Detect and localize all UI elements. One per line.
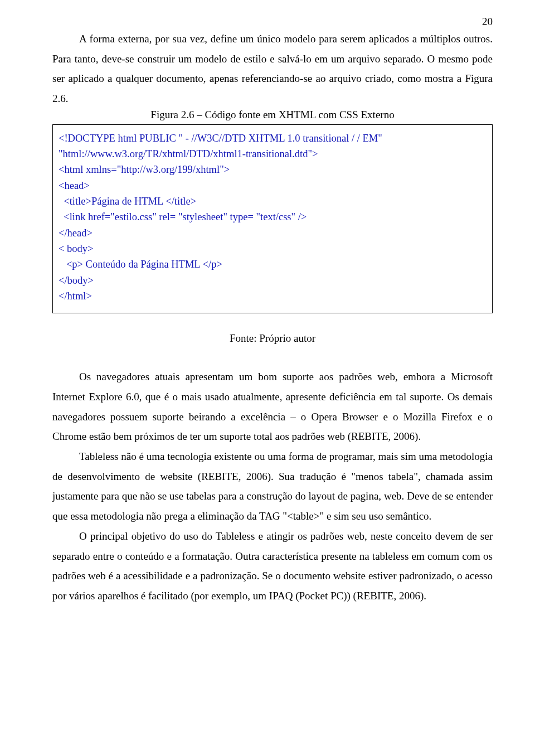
paragraph-4: O principal objetivo do uso do Tableless… <box>52 526 493 606</box>
code-line: <title>Página de HTML </title> <box>59 193 487 209</box>
code-line: <p> Conteúdo da Página HTML </p> <box>59 256 487 272</box>
source-caption: Fonte: Próprio autor <box>52 332 493 345</box>
code-line: </head> <box>59 225 487 241</box>
paragraph-2: Os navegadores atuais apresentam um bom … <box>52 367 493 447</box>
code-line: <head> <box>59 178 487 193</box>
page-number: 20 <box>482 16 493 28</box>
code-line: "html://www.w3.org/TR/xhtml/DTD/xhtml1-t… <box>59 146 487 162</box>
code-line: <html xmlns="http://w3.org/199/xhtml"> <box>59 162 487 177</box>
code-line: </html> <box>59 288 487 304</box>
code-line: <!DOCTYPE html PUBLIC " - //W3C//DTD XHT… <box>59 130 487 146</box>
paragraph-3: Tableless não é uma tecnologia existente… <box>52 447 493 526</box>
code-listing-box: <!DOCTYPE html PUBLIC " - //W3C//DTD XHT… <box>52 124 493 313</box>
paragraph-1: A forma externa, por sua vez, define um … <box>52 29 493 109</box>
page-container: 20 A forma externa, por sua vez, define … <box>0 0 535 756</box>
code-line: <link href="estilo.css" rel= "stylesheet… <box>59 209 487 225</box>
code-line: < body> <box>59 241 487 256</box>
code-line: </body> <box>59 273 487 288</box>
figure-caption: Figura 2.6 – Código fonte em XHTML com C… <box>52 109 493 121</box>
